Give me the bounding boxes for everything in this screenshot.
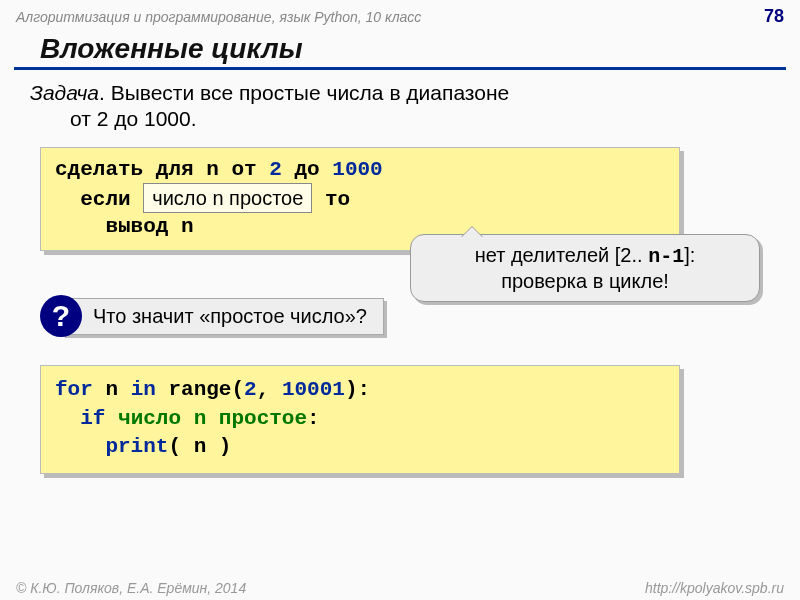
py-line-2: if число n простое: (55, 405, 665, 433)
callout-line-2: проверка в цикле! (425, 269, 745, 293)
python-code-box: for n in range(2, 10001): if число n про… (40, 365, 680, 474)
py-line-1: for n in range(2, 10001): (55, 376, 665, 404)
task-label: Задача (30, 81, 99, 104)
py-line-3: print( n ) (55, 433, 665, 461)
website-url: http://kpolyakov.spb.ru (645, 580, 784, 596)
page-number: 78 (764, 6, 784, 27)
question-text: Что значит «простое число»? (62, 298, 384, 335)
copyright: © К.Ю. Поляков, Е.А. Ерёмин, 2014 (16, 580, 246, 596)
task-statement: Задача. Вывести все простые числа в диап… (0, 80, 800, 133)
callout-line-1: нет делителей [2.. n-1]: (425, 243, 745, 269)
slide-title: Вложенные циклы (14, 29, 786, 70)
slide-footer: © К.Ю. Поляков, Е.А. Ерёмин, 2014 http:/… (0, 580, 800, 596)
prime-condition-box: число n простое (143, 183, 312, 213)
task-text-1: . Вывести все простые числа в диапазоне (99, 81, 509, 104)
task-text-2: от 2 до 1000. (70, 106, 774, 132)
pseudo-line-1: сделать для n от 2 до 1000 (55, 156, 665, 183)
callout-bubble: нет делителей [2.. n-1]: проверка в цикл… (410, 234, 760, 302)
pseudo-line-2: если число n простое то (55, 183, 665, 213)
slide-header: Алгоритмизация и программирование, язык … (0, 0, 800, 29)
course-name: Алгоритмизация и программирование, язык … (16, 9, 421, 25)
